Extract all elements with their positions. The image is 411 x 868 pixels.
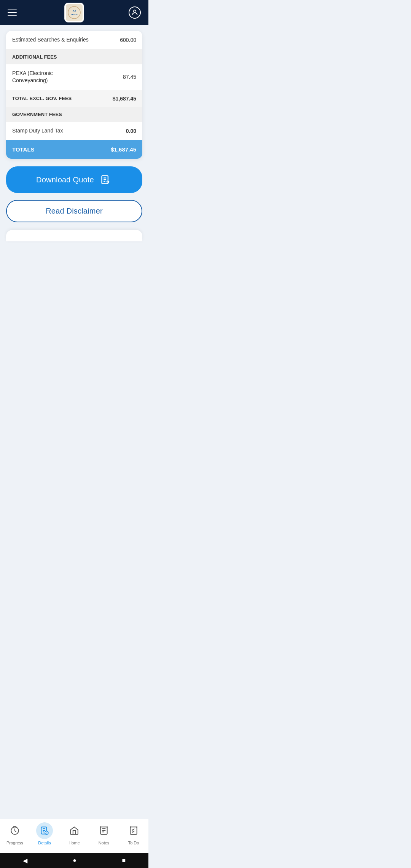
logo: AJ LEGAL: [64, 3, 84, 22]
estimated-searches-amount: 600.00: [120, 37, 136, 43]
stamp-duty-row: Stamp Duty Land Tax 0.00: [6, 122, 142, 140]
read-disclaimer-button[interactable]: Read Disclaimer: [6, 200, 142, 222]
stamp-duty-amount: 0.00: [126, 128, 136, 134]
download-icon: [99, 173, 112, 186]
total-excl-row: TOTAL EXCL. GOV. FEES $1,687.45: [6, 90, 142, 107]
main-content: Estimated Searches & Enquiries 600.00 AD…: [0, 25, 148, 308]
totals-row: TOTALS $1,687.45: [6, 140, 142, 159]
download-quote-label: Download Quote: [36, 176, 94, 184]
menu-button[interactable]: [8, 10, 17, 16]
stamp-duty-label: Stamp Duty Land Tax: [12, 127, 126, 135]
user-profile-button[interactable]: [129, 6, 141, 19]
pexa-row: PEXA (ElectronicConveyancing) 87.45: [6, 64, 142, 90]
svg-text:LEGAL: LEGAL: [71, 13, 78, 15]
pexa-amount: 87.45: [123, 74, 136, 80]
download-quote-button[interactable]: Download Quote: [6, 166, 142, 193]
totals-label: TOTALS: [12, 146, 35, 153]
disclaimer-label: Read Disclaimer: [46, 207, 103, 215]
svg-point-3: [134, 10, 136, 13]
gov-fees-header: GOVERNMENT FEES: [6, 107, 142, 122]
fee-card: Estimated Searches & Enquiries 600.00 AD…: [6, 31, 142, 159]
svg-text:AJ: AJ: [73, 10, 76, 13]
total-excl-label: TOTAL EXCL. GOV. FEES: [12, 96, 72, 101]
app-header: AJ LEGAL: [0, 0, 148, 25]
svg-point-0: [68, 6, 80, 19]
estimated-searches-row: Estimated Searches & Enquiries 600.00: [6, 31, 142, 49]
pexa-label: PEXA (ElectronicConveyancing): [12, 70, 123, 85]
estimated-searches-label: Estimated Searches & Enquiries: [12, 36, 120, 44]
total-excl-amount: $1,687.45: [113, 96, 136, 102]
additional-fees-header: ADDITIONAL FEES: [6, 49, 142, 64]
totals-amount: $1,687.45: [111, 146, 136, 153]
